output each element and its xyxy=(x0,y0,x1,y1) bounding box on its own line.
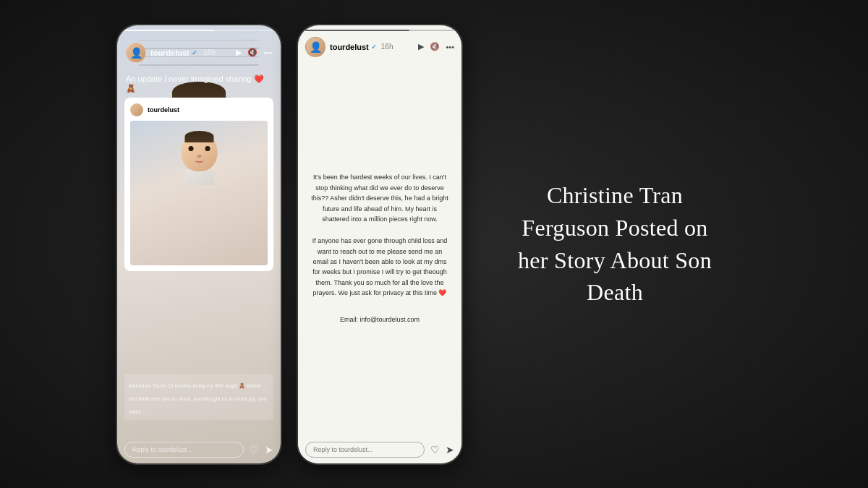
story2-username: tourdelust ✓ xyxy=(330,43,377,51)
story1-username: tourdelust ✓ xyxy=(150,48,197,57)
story-phone-2: 👤 tourdelust ✓ 16h ▶ 🔇 ••• xyxy=(297,24,463,465)
story1-play-button[interactable]: ▶ xyxy=(236,48,242,57)
story1-more-button[interactable]: ••• xyxy=(263,48,272,57)
story1-header: 👤 tourdelust ✓ 16h ▶ 🔇 ••• xyxy=(117,25,281,67)
story2-header: 👤 tourdelust ✓ 16h ▶ 🔇 ••• xyxy=(298,25,461,60)
story2-avatar: 👤 xyxy=(305,37,326,57)
story2-play-button[interactable]: ▶ xyxy=(418,42,424,51)
story2-text-area: It's been the hardest weeks of our lives… xyxy=(311,83,448,413)
story1-verified-badge: ✓ xyxy=(192,49,197,56)
story1-like-icon[interactable]: ♡ xyxy=(250,444,259,455)
story2-content: 👤 tourdelust ✓ 16h ▶ 🔇 ••• xyxy=(298,25,461,463)
username2-text: tourdelust xyxy=(330,43,369,51)
reply-placeholder-text: Reply to tourdelust... xyxy=(132,446,192,453)
story1-controls: ▶ 🔇 ••• xyxy=(236,48,272,57)
story2-reply-input[interactable]: Reply to tourdelust... xyxy=(305,442,425,458)
story1-bottom-caption: tourdelust You're 15 months today my lit… xyxy=(124,374,273,420)
story-phone-1: 👤 tourdelust ✓ 16h ▶ 🔇 ••• xyxy=(116,24,282,465)
story1-time: 16h xyxy=(203,48,216,56)
title-section: Christine Tran Ferguson Posted on her St… xyxy=(477,150,752,338)
avatar-face-2: 👤 xyxy=(310,41,322,53)
bottom-text-content: tourdelust You're 15 months today my lit… xyxy=(129,383,266,414)
embedded-post-card: tourdelust xyxy=(124,98,273,271)
story2-paragraph1: It's been the hardest weeks of our lives… xyxy=(311,172,448,224)
embedded-post-username: tourdelust xyxy=(148,106,179,114)
story2-email: Email: info@tourdelust.com xyxy=(340,316,420,323)
story1-avatar: 👤 xyxy=(126,43,146,63)
story1-content: 👤 tourdelust ✓ 16h ▶ 🔇 ••• xyxy=(117,25,281,463)
story2-background: 👤 tourdelust ✓ 16h ▶ 🔇 ••• xyxy=(298,25,461,463)
main-container: 👤 tourdelust ✓ 16h ▶ 🔇 ••• xyxy=(0,0,868,488)
avatar-face: 👤 xyxy=(130,47,142,59)
story2-time: 16h xyxy=(381,43,393,51)
story2-like-icon[interactable]: ♡ xyxy=(430,444,440,455)
story2-mute-button[interactable]: 🔇 xyxy=(430,42,440,51)
username-text: tourdelust xyxy=(150,48,190,57)
story2-verified-badge: ✓ xyxy=(371,43,377,51)
article-title: Christine Tran Ferguson Posted on her St… xyxy=(514,179,716,309)
story1-reply-input[interactable]: Reply to tourdelust... xyxy=(124,442,244,458)
story2-controls: ▶ 🔇 ••• xyxy=(418,42,454,51)
embedded-avatar xyxy=(130,103,143,116)
embedded-post-header: tourdelust xyxy=(130,103,268,116)
caption-text: An update I never imagined sharing ❤️ 🧸 xyxy=(126,74,264,93)
story2-paragraph2: If anyone has ever gone through child lo… xyxy=(311,236,448,298)
embedded-post-image xyxy=(130,121,268,265)
story1-background: 👤 tourdelust ✓ 16h ▶ 🔇 ••• xyxy=(117,25,281,463)
story1-footer: Reply to tourdelust... ♡ ➤ xyxy=(117,436,281,463)
story2-user-row: 👤 tourdelust ✓ 16h ▶ 🔇 ••• xyxy=(298,31,461,60)
story1-caption: An update I never imagined sharing ❤️ 🧸 xyxy=(126,74,272,93)
story1-share-icon[interactable]: ➤ xyxy=(265,444,273,455)
story2-footer: Reply to tourdelust... ♡ ➤ xyxy=(298,436,461,463)
story1-user-row: 👤 tourdelust ✓ 16h ▶ 🔇 ••• xyxy=(126,43,272,63)
story2-more-button[interactable]: ••• xyxy=(446,43,454,51)
reply2-placeholder-text: Reply to tourdelust... xyxy=(313,446,373,453)
story1-mute-button[interactable]: 🔇 xyxy=(247,48,258,57)
story2-share-icon[interactable]: ➤ xyxy=(446,444,454,455)
